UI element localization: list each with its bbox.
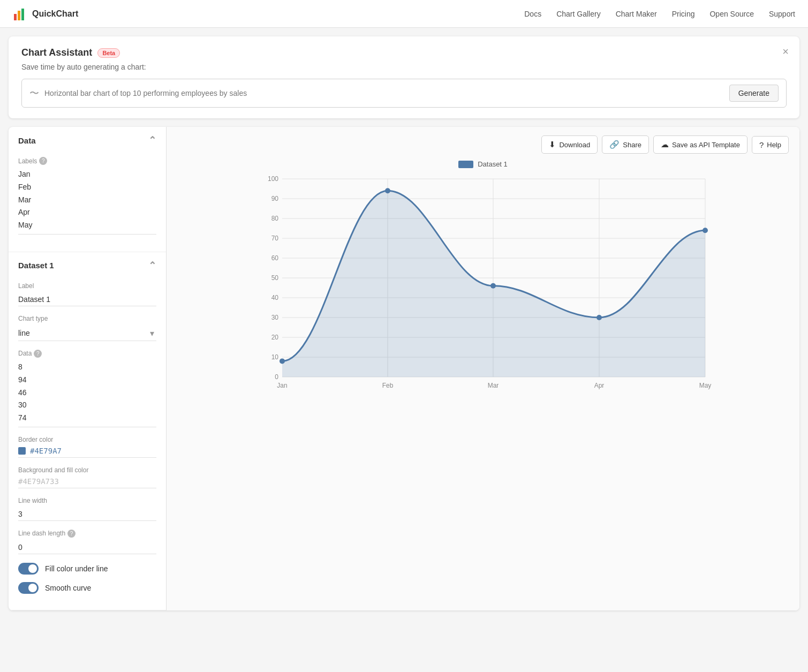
chart-container: 100 90 80 70 60 50 40 30 20 10 0	[167, 173, 799, 610]
label-field-label: Label	[18, 282, 156, 290]
logo-icon	[13, 6, 28, 21]
smooth-toggle-slider	[18, 582, 39, 594]
prompt-bar: 〜 Generate	[21, 79, 787, 108]
border-color-label: Border color	[18, 436, 156, 443]
line-width-group: Line width	[18, 497, 156, 521]
dataset-section: Dataset 1 ⌃ Label Chart type	[9, 252, 166, 610]
svg-text:May: May	[699, 382, 712, 389]
bg-fill-field[interactable]: #4E79A733	[18, 477, 156, 488]
fill-toggle[interactable]	[18, 563, 39, 575]
labels-help-icon[interactable]: ?	[39, 157, 47, 165]
line-width-input[interactable]	[18, 508, 156, 521]
svg-text:60: 60	[271, 254, 279, 262]
navigation: QuickChart Docs Chart Gallery Chart Make…	[0, 0, 808, 28]
nav-chart-gallery[interactable]: Chart Gallery	[556, 10, 600, 18]
bg-fill-group: Background and fill color #4E79A733	[18, 466, 156, 488]
data-section: Data ⌃ Labels ? Jan Feb Mar Apr May	[9, 127, 166, 252]
border-color-text: #4E79A7	[30, 447, 62, 455]
bg-fill-placeholder: #4E79A733	[18, 477, 59, 486]
svg-rect-0	[14, 14, 17, 20]
nav-docs[interactable]: Docs	[524, 10, 541, 18]
card-header: Chart Assistant Beta	[21, 47, 787, 58]
fill-toggle-label: Fill color under line	[45, 564, 108, 573]
labels-value[interactable]: Jan Feb Mar Apr May	[18, 168, 156, 235]
svg-point-31	[385, 188, 390, 193]
chart-type-select-wrapper: line bar radar doughnut pie ▾	[18, 326, 156, 341]
dataset-chevron-up-icon: ⌃	[148, 260, 156, 271]
trend-icon: 〜	[29, 87, 39, 100]
nav-pricing[interactable]: Pricing	[672, 10, 695, 18]
data-values-label: Data ?	[18, 350, 156, 358]
logo-text: QuickChart	[32, 9, 78, 19]
line-dash-help-icon[interactable]: ?	[67, 530, 75, 538]
svg-text:0: 0	[275, 373, 278, 381]
assistant-card: × Chart Assistant Beta Save time by auto…	[9, 36, 799, 118]
svg-text:100: 100	[268, 175, 278, 183]
dataset-section-header[interactable]: Dataset 1 ⌃	[9, 252, 166, 279]
download-icon: ⬇	[549, 140, 556, 149]
beta-badge: Beta	[97, 48, 120, 58]
share-icon: 🔗	[609, 140, 620, 149]
svg-text:20: 20	[271, 334, 279, 341]
dataset-section-label: Dataset 1	[18, 261, 54, 270]
svg-text:80: 80	[271, 215, 279, 222]
smooth-toggle[interactable]	[18, 582, 39, 594]
save-api-button[interactable]: ☁ Save as API Template	[653, 135, 747, 154]
line-dash-label: Line dash length ?	[18, 530, 156, 538]
fill-toggle-slider	[18, 563, 39, 575]
svg-point-32	[490, 283, 496, 289]
label-group: Label	[18, 282, 156, 306]
data-values-group: Data ? 8 94 46 30 74	[18, 350, 156, 427]
svg-point-34	[703, 228, 708, 233]
chart-type-select[interactable]: line bar radar doughnut pie	[18, 326, 156, 341]
svg-text:30: 30	[271, 314, 279, 321]
label-input[interactable]	[18, 293, 156, 306]
close-button[interactable]: ×	[782, 46, 789, 57]
svg-rect-1	[18, 11, 20, 20]
dataset-section-body: Label Chart type line bar radar doug	[9, 279, 166, 610]
chart-toolbar: ⬇ Download 🔗 Share ☁ Save as API Templat…	[167, 135, 799, 160]
svg-text:40: 40	[271, 294, 279, 301]
sidebar: Data ⌃ Labels ? Jan Feb Mar Apr May Data…	[9, 127, 167, 610]
data-help-icon[interactable]: ?	[34, 350, 42, 358]
bg-fill-label: Background and fill color	[18, 466, 156, 474]
data-values[interactable]: 8 94 46 30 74	[18, 361, 156, 427]
legend-label: Dataset 1	[478, 160, 508, 168]
nav-open-source[interactable]: Open Source	[709, 10, 754, 18]
chart-area: ⬇ Download 🔗 Share ☁ Save as API Templat…	[167, 127, 799, 610]
svg-text:10: 10	[271, 353, 279, 361]
svg-point-33	[596, 315, 602, 320]
fill-toggle-row: Fill color under line	[18, 563, 156, 575]
nav-chart-maker[interactable]: Chart Maker	[616, 10, 657, 18]
line-dash-input[interactable]	[18, 541, 156, 554]
logo[interactable]: QuickChart	[13, 6, 78, 21]
chart-legend: Dataset 1	[167, 160, 799, 168]
data-section-label: Data	[18, 136, 36, 145]
nav-support[interactable]: Support	[769, 10, 795, 18]
data-section-header[interactable]: Data ⌃	[9, 127, 166, 154]
prompt-input[interactable]	[44, 89, 724, 97]
share-button[interactable]: 🔗 Share	[602, 135, 649, 154]
border-color-field[interactable]: #4E79A7	[18, 447, 156, 458]
legend-swatch	[458, 161, 473, 168]
svg-text:90: 90	[271, 195, 279, 202]
help-button[interactable]: ? Help	[752, 136, 789, 154]
labels-group: Labels ? Jan Feb Mar Apr May	[18, 157, 156, 235]
download-button[interactable]: ⬇ Download	[541, 135, 598, 154]
smooth-toggle-label: Smooth curve	[45, 584, 91, 592]
card-subtitle: Save time by auto generating a chart:	[21, 63, 787, 71]
border-color-group: Border color #4E79A7	[18, 436, 156, 458]
generate-button[interactable]: Generate	[729, 85, 779, 102]
svg-text:50: 50	[271, 274, 279, 282]
content-area: Data ⌃ Labels ? Jan Feb Mar Apr May Data…	[9, 127, 799, 610]
cloud-icon: ☁	[661, 140, 669, 149]
chart-type-group: Chart type line bar radar doughnut pie ▾	[18, 315, 156, 341]
svg-rect-2	[21, 9, 24, 20]
help-icon: ?	[759, 140, 764, 149]
line-chart: 100 90 80 70 60 50 40 30 20 10 0	[177, 173, 789, 398]
svg-text:Feb: Feb	[382, 382, 394, 389]
svg-text:Mar: Mar	[488, 382, 499, 389]
svg-text:Apr: Apr	[594, 382, 605, 389]
svg-text:70: 70	[271, 235, 279, 242]
border-color-swatch	[18, 447, 26, 455]
